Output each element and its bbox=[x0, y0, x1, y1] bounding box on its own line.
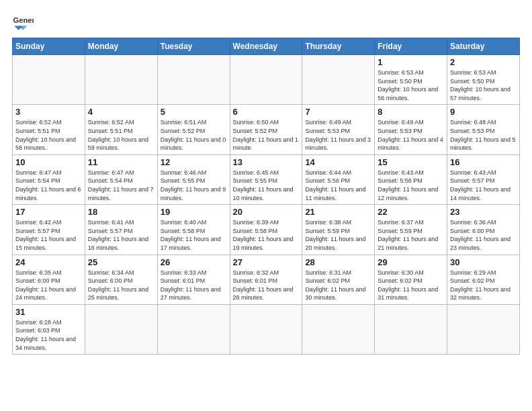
day-number: 10 bbox=[15, 157, 82, 167]
day-header-wednesday: Wednesday bbox=[230, 38, 302, 55]
day-number: 26 bbox=[161, 257, 227, 267]
calendar-cell bbox=[375, 304, 447, 354]
calendar-cell: 26Sunrise: 6:33 AM Sunset: 6:01 PM Dayli… bbox=[157, 255, 230, 304]
day-info: Sunrise: 6:53 AM Sunset: 5:50 PM Dayligh… bbox=[450, 68, 517, 102]
day-info: Sunrise: 6:38 AM Sunset: 5:59 PM Dayligh… bbox=[305, 218, 371, 252]
day-number: 21 bbox=[305, 207, 371, 217]
day-number: 22 bbox=[378, 207, 444, 217]
calendar-cell: 27Sunrise: 6:32 AM Sunset: 6:01 PM Dayli… bbox=[230, 255, 302, 304]
day-header-tuesday: Tuesday bbox=[157, 38, 230, 55]
calendar-cell: 16Sunrise: 6:43 AM Sunset: 5:57 PM Dayli… bbox=[447, 154, 520, 204]
day-number: 6 bbox=[233, 107, 300, 117]
day-number: 17 bbox=[15, 207, 82, 217]
day-info: Sunrise: 6:36 AM Sunset: 6:00 PM Dayligh… bbox=[450, 218, 517, 252]
calendar-cell: 9Sunrise: 6:48 AM Sunset: 5:53 PM Daylig… bbox=[447, 105, 520, 154]
calendar-cell: 1Sunrise: 6:53 AM Sunset: 5:50 PM Daylig… bbox=[375, 55, 447, 105]
calendar-cell bbox=[230, 55, 302, 105]
calendar-cell: 8Sunrise: 6:49 AM Sunset: 5:53 PM Daylig… bbox=[375, 105, 447, 154]
calendar-table: SundayMondayTuesdayWednesdayThursdayFrid… bbox=[12, 38, 520, 355]
day-info: Sunrise: 6:49 AM Sunset: 5:53 PM Dayligh… bbox=[305, 118, 371, 152]
day-number: 15 bbox=[378, 157, 444, 167]
day-info: Sunrise: 6:28 AM Sunset: 6:03 PM Dayligh… bbox=[15, 318, 82, 352]
day-info: Sunrise: 6:43 AM Sunset: 5:56 PM Dayligh… bbox=[378, 169, 444, 202]
calendar-cell: 12Sunrise: 6:46 AM Sunset: 5:55 PM Dayli… bbox=[157, 154, 230, 204]
calendar-cell: 14Sunrise: 6:44 AM Sunset: 5:56 PM Dayli… bbox=[302, 154, 375, 204]
day-info: Sunrise: 6:42 AM Sunset: 5:57 PM Dayligh… bbox=[15, 218, 82, 252]
calendar-cell: 31Sunrise: 6:28 AM Sunset: 6:03 PM Dayli… bbox=[13, 304, 85, 354]
calendar-cell bbox=[302, 304, 375, 354]
calendar-cell: 19Sunrise: 6:40 AM Sunset: 5:58 PM Dayli… bbox=[157, 205, 230, 255]
calendar-cell: 6Sunrise: 6:50 AM Sunset: 5:52 PM Daylig… bbox=[230, 105, 302, 154]
day-number: 30 bbox=[450, 257, 517, 267]
day-info: Sunrise: 6:43 AM Sunset: 5:57 PM Dayligh… bbox=[450, 169, 517, 202]
day-info: Sunrise: 6:48 AM Sunset: 5:53 PM Dayligh… bbox=[450, 118, 517, 152]
calendar-cell: 7Sunrise: 6:49 AM Sunset: 5:53 PM Daylig… bbox=[302, 105, 375, 154]
day-header-monday: Monday bbox=[85, 38, 157, 55]
day-number: 18 bbox=[88, 207, 154, 217]
day-header-friday: Friday bbox=[375, 38, 447, 55]
day-info: Sunrise: 6:52 AM Sunset: 5:51 PM Dayligh… bbox=[88, 118, 154, 152]
day-number: 16 bbox=[450, 157, 517, 167]
day-info: Sunrise: 6:44 AM Sunset: 5:56 PM Dayligh… bbox=[305, 169, 371, 202]
day-info: Sunrise: 6:50 AM Sunset: 5:52 PM Dayligh… bbox=[233, 118, 300, 152]
calendar-cell bbox=[157, 55, 230, 105]
calendar-cell bbox=[302, 55, 375, 105]
header: General bbox=[12, 11, 520, 32]
calendar-cell: 15Sunrise: 6:43 AM Sunset: 5:56 PM Dayli… bbox=[375, 154, 447, 204]
calendar-cell: 22Sunrise: 6:37 AM Sunset: 5:59 PM Dayli… bbox=[375, 205, 447, 255]
day-number: 4 bbox=[88, 107, 154, 117]
calendar-page: General SundayMondayTuesdayWednesdayThur… bbox=[0, 0, 532, 411]
day-number: 7 bbox=[305, 107, 371, 117]
day-number: 3 bbox=[15, 107, 82, 117]
day-info: Sunrise: 6:40 AM Sunset: 5:58 PM Dayligh… bbox=[161, 218, 227, 252]
day-number: 1 bbox=[378, 57, 444, 67]
day-info: Sunrise: 6:33 AM Sunset: 6:01 PM Dayligh… bbox=[161, 269, 227, 302]
day-info: Sunrise: 6:47 AM Sunset: 5:54 PM Dayligh… bbox=[15, 169, 82, 202]
calendar-cell: 30Sunrise: 6:29 AM Sunset: 6:02 PM Dayli… bbox=[447, 255, 520, 304]
calendar-cell: 21Sunrise: 6:38 AM Sunset: 5:59 PM Dayli… bbox=[302, 205, 375, 255]
calendar-cell bbox=[447, 304, 520, 354]
day-number: 11 bbox=[88, 157, 154, 167]
day-number: 25 bbox=[88, 257, 154, 267]
day-number: 8 bbox=[378, 107, 444, 117]
day-info: Sunrise: 6:51 AM Sunset: 5:52 PM Dayligh… bbox=[161, 118, 227, 152]
calendar-cell bbox=[13, 55, 85, 105]
svg-text:General: General bbox=[13, 16, 34, 24]
day-header-saturday: Saturday bbox=[447, 38, 520, 55]
day-number: 9 bbox=[450, 107, 517, 117]
day-info: Sunrise: 6:32 AM Sunset: 6:01 PM Dayligh… bbox=[233, 269, 300, 302]
day-number: 23 bbox=[450, 207, 517, 217]
calendar-cell bbox=[230, 304, 302, 354]
day-number: 19 bbox=[161, 207, 227, 217]
calendar-cell: 3Sunrise: 6:52 AM Sunset: 5:51 PM Daylig… bbox=[13, 105, 85, 154]
day-info: Sunrise: 6:34 AM Sunset: 6:00 PM Dayligh… bbox=[88, 269, 154, 302]
day-number: 24 bbox=[15, 257, 82, 267]
calendar-cell: 2Sunrise: 6:53 AM Sunset: 5:50 PM Daylig… bbox=[447, 55, 520, 105]
day-number: 2 bbox=[450, 57, 517, 67]
calendar-cell: 17Sunrise: 6:42 AM Sunset: 5:57 PM Dayli… bbox=[13, 205, 85, 255]
calendar-cell: 4Sunrise: 6:52 AM Sunset: 5:51 PM Daylig… bbox=[85, 105, 157, 154]
day-info: Sunrise: 6:41 AM Sunset: 5:57 PM Dayligh… bbox=[88, 218, 154, 252]
day-header-thursday: Thursday bbox=[302, 38, 375, 55]
logo-icon: General bbox=[12, 11, 34, 32]
calendar-cell bbox=[157, 304, 230, 354]
calendar-cell: 10Sunrise: 6:47 AM Sunset: 5:54 PM Dayli… bbox=[13, 154, 85, 204]
calendar-cell: 11Sunrise: 6:47 AM Sunset: 5:54 PM Dayli… bbox=[85, 154, 157, 204]
day-number: 28 bbox=[305, 257, 371, 267]
day-info: Sunrise: 6:52 AM Sunset: 5:51 PM Dayligh… bbox=[15, 118, 82, 152]
day-info: Sunrise: 6:45 AM Sunset: 5:55 PM Dayligh… bbox=[233, 169, 300, 202]
calendar-cell: 24Sunrise: 6:35 AM Sunset: 6:00 PM Dayli… bbox=[13, 255, 85, 304]
day-info: Sunrise: 6:31 AM Sunset: 6:02 PM Dayligh… bbox=[305, 269, 371, 302]
day-info: Sunrise: 6:53 AM Sunset: 5:50 PM Dayligh… bbox=[378, 68, 444, 102]
calendar-cell: 5Sunrise: 6:51 AM Sunset: 5:52 PM Daylig… bbox=[157, 105, 230, 154]
day-info: Sunrise: 6:30 AM Sunset: 6:02 PM Dayligh… bbox=[378, 269, 444, 302]
day-header-sunday: Sunday bbox=[13, 38, 85, 55]
calendar-cell: 29Sunrise: 6:30 AM Sunset: 6:02 PM Dayli… bbox=[375, 255, 447, 304]
day-info: Sunrise: 6:47 AM Sunset: 5:54 PM Dayligh… bbox=[88, 169, 154, 202]
day-info: Sunrise: 6:37 AM Sunset: 5:59 PM Dayligh… bbox=[378, 218, 444, 252]
calendar-cell bbox=[85, 55, 157, 105]
calendar-cell bbox=[85, 304, 157, 354]
day-number: 29 bbox=[378, 257, 444, 267]
calendar-cell: 18Sunrise: 6:41 AM Sunset: 5:57 PM Dayli… bbox=[85, 205, 157, 255]
day-info: Sunrise: 6:46 AM Sunset: 5:55 PM Dayligh… bbox=[161, 169, 227, 202]
